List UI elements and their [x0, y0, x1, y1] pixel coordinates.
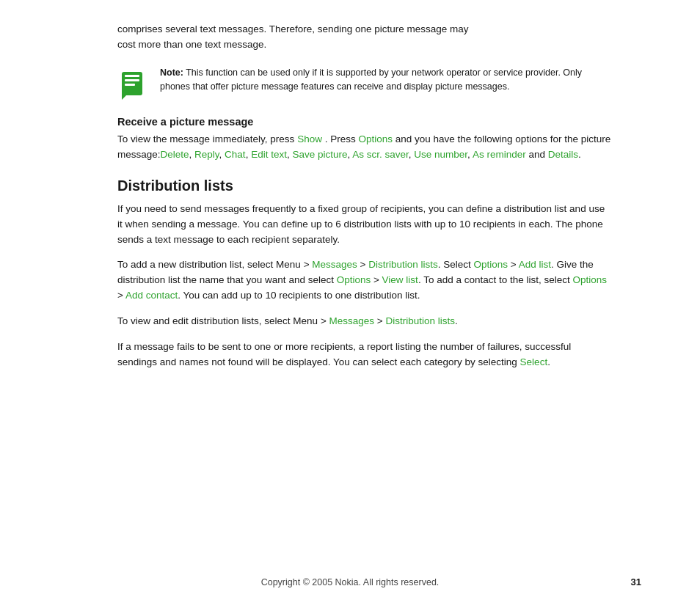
receive-heading: Receive a picture message: [117, 116, 612, 128]
receive-save-picture: Save picture: [292, 149, 347, 160]
receive-delete: Delete: [161, 149, 189, 160]
dist-para2-mid1: . Select: [438, 259, 474, 270]
note-icon: [117, 67, 150, 100]
dist-para4-select: Select: [520, 356, 548, 367]
dist-para4-end: .: [547, 356, 550, 367]
dist-para2-start: To add a new distribution list, select M…: [117, 259, 312, 270]
dist-para2-options1: Options: [474, 259, 508, 270]
dist-para2: To add a new distribution list, select M…: [117, 257, 612, 304]
receive-end: .: [578, 149, 581, 160]
footer: Copyright © 2005 Nokia. All rights reser…: [0, 577, 700, 587]
receive-mid1: . Press: [325, 133, 356, 144]
receive-and: and: [526, 149, 548, 160]
receive-paragraph: To view the message immediately, press S…: [117, 132, 612, 163]
receive-details: Details: [548, 149, 578, 160]
dist-para2-distlists1: Distribution lists: [368, 259, 438, 270]
receive-para-start: To view the message immediately, press: [117, 133, 294, 144]
receive-show: Show: [297, 133, 322, 144]
receive-as-scr-saver: As scr. saver: [352, 149, 409, 160]
receive-reply: Reply: [194, 149, 219, 160]
dist-para2-addcontact: Add contact: [125, 290, 178, 301]
svg-rect-2: [125, 79, 139, 81]
dist-para3-start: To view and edit distribution lists, sel…: [117, 315, 329, 326]
page: comprises several text messages. Therefo…: [0, 0, 700, 608]
svg-rect-1: [125, 75, 139, 77]
dist-para2-messages1: Messages: [312, 259, 357, 270]
receive-options1: Options: [358, 133, 393, 144]
note-label: Note:: [160, 67, 183, 78]
dist-para3-messages: Messages: [329, 315, 375, 326]
footer-copyright: Copyright © 2005 Nokia. All rights reser…: [261, 577, 440, 587]
intro-line1: comprises several text messages. Therefo…: [117, 23, 468, 34]
dist-para4-start: If a message fails to be sent to one or …: [117, 341, 571, 367]
dist-para4: If a message fails to be sent to one or …: [117, 340, 612, 370]
dist-para2-addlist: Add list: [519, 259, 551, 270]
dist-para2-sep1: >: [357, 259, 368, 270]
note-box: Note: This function can be used only if …: [117, 66, 612, 100]
dist-para2-sep3: >: [371, 274, 382, 285]
page-number: 31: [631, 576, 641, 587]
dist-para2-mid3: . To add a contact to the list, select: [418, 274, 573, 285]
dist-para3: To view and edit distribution lists, sel…: [117, 314, 612, 329]
svg-rect-3: [125, 84, 135, 86]
dist-para2-options3: Options: [573, 274, 608, 285]
intro-paragraph: comprises several text messages. Therefo…: [117, 22, 612, 53]
dist-para2-sep2: >: [508, 259, 519, 270]
dist-para3-end: .: [455, 315, 458, 326]
receive-chat: Chat: [225, 149, 246, 160]
receive-use-number: Use number: [414, 149, 467, 160]
dist-para2-sep4: >: [117, 290, 125, 301]
dist-para2-viewlist: View list: [382, 274, 418, 285]
dist-para2-end: . You can add up to 10 recipients to one…: [178, 290, 420, 301]
intro-line2: cost more than one text message.: [117, 39, 266, 50]
receive-edit-text: Edit text: [251, 149, 287, 160]
dist-para1: If you need to send messages frequently …: [117, 202, 612, 248]
note-body-text: This function can be used only if it is …: [160, 67, 582, 92]
distribution-lists-heading: Distribution lists: [117, 177, 612, 194]
receive-as-reminder: As reminder: [473, 149, 526, 160]
dist-para3-sep: >: [374, 315, 385, 326]
note-content: Note: This function can be used only if …: [160, 66, 612, 94]
dist-para2-options2: Options: [337, 274, 371, 285]
dist-para3-distlists: Distribution lists: [385, 315, 455, 326]
